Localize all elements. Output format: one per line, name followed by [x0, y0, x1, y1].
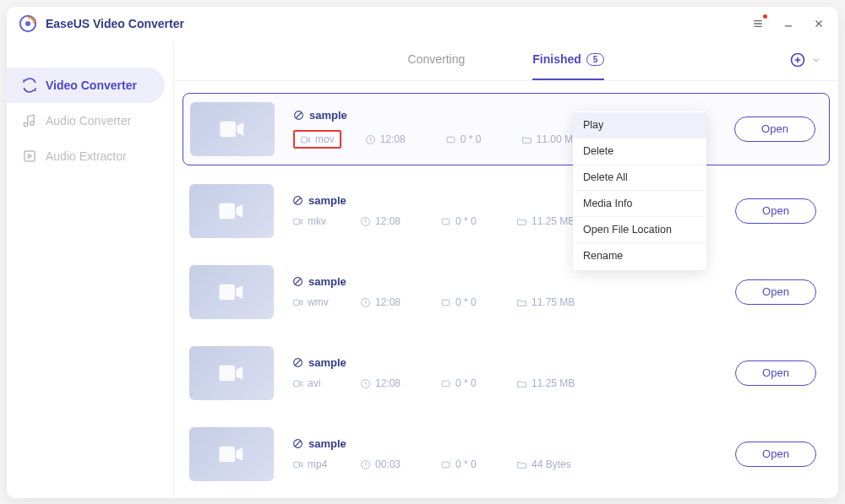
svg-rect-37	[442, 300, 450, 306]
svg-marker-35	[300, 300, 303, 304]
open-button[interactable]: Open	[735, 279, 816, 305]
dimensions-icon	[440, 378, 451, 389]
clock-icon	[365, 134, 376, 145]
svg-rect-22	[219, 203, 235, 219]
meta-row: avi 12:08 0 * 0 11.25 MB	[292, 377, 722, 389]
file-name: sample	[309, 109, 347, 122]
name-row: sample	[292, 356, 722, 369]
svg-marker-51	[300, 462, 303, 466]
context-menu-item[interactable]: Media Info	[573, 191, 706, 217]
thumbnail	[189, 346, 274, 400]
video-icon	[218, 119, 247, 139]
context-menu-item[interactable]: Rename	[573, 243, 706, 268]
app-logo-icon	[19, 14, 37, 33]
folder-icon	[516, 216, 527, 227]
file-size: 11.25 MB	[516, 377, 597, 389]
link-off-icon	[292, 438, 303, 449]
folder-icon	[521, 134, 532, 145]
name-row: sample	[292, 437, 722, 450]
file-dimensions: 0 * 0	[440, 377, 516, 389]
video-icon	[217, 444, 246, 464]
minimize-icon[interactable]	[781, 16, 796, 31]
tab-label: Converting	[408, 52, 466, 66]
svg-rect-50	[294, 462, 300, 468]
file-row[interactable]: sample wmv 12:08 0 * 0 11.75 MB	[183, 257, 830, 328]
svg-marker-23	[236, 204, 243, 218]
open-button[interactable]: Open	[735, 442, 816, 467]
titlebar: EaseUS Video Converter	[7, 7, 838, 41]
context-menu-item[interactable]: Open File Location	[573, 217, 706, 243]
svg-rect-21	[447, 137, 455, 143]
file-size: 44 Bytes	[516, 458, 597, 470]
file-duration: 12:08	[365, 133, 445, 145]
name-row: sample	[292, 275, 722, 288]
video-icon	[217, 363, 246, 383]
context-menu-item[interactable]: Delete	[573, 138, 706, 165]
file-row[interactable]: sample mov 12:08 0 * 0 11.00 MB	[183, 93, 830, 165]
svg-rect-14	[220, 121, 236, 137]
camera-icon	[292, 297, 303, 308]
camera-icon	[292, 459, 303, 470]
titlebar-left: EaseUS Video Converter	[19, 14, 184, 33]
file-name: sample	[308, 356, 346, 369]
meta-row: wmv 12:08 0 * 0 11.75 MB	[292, 296, 722, 308]
file-duration: 12:08	[360, 215, 440, 227]
svg-marker-47	[236, 447, 243, 461]
file-dimensions: 0 * 0	[440, 215, 516, 227]
svg-rect-18	[302, 137, 308, 143]
open-button[interactable]: Open	[735, 198, 816, 224]
file-dimensions: 0 * 0	[445, 133, 521, 145]
svg-point-1	[25, 20, 30, 25]
file-duration: 12:08	[360, 296, 440, 308]
file-ext: mov	[293, 130, 341, 149]
tab-bar: Converting Finished 5	[174, 41, 838, 81]
file-row[interactable]: sample mp4 00:03 0 * 0 44 Bytes	[183, 419, 830, 490]
close-icon[interactable]	[811, 16, 826, 31]
camera-icon	[292, 216, 303, 227]
file-row[interactable]: sample mkv 12:08 0 * 0 11.25 MB	[183, 176, 830, 247]
dimensions-icon	[440, 297, 451, 308]
file-ext: mkv	[292, 215, 360, 227]
svg-rect-42	[294, 381, 300, 387]
clock-icon	[360, 378, 371, 389]
file-ext: avi	[292, 377, 360, 389]
file-ext: wmv	[292, 296, 360, 308]
app-title: EaseUS Video Converter	[46, 17, 184, 30]
file-name: sample	[308, 437, 346, 450]
svg-rect-45	[442, 381, 450, 387]
thumbnail	[189, 427, 274, 481]
sidebar-item-video-converter[interactable]: Video Converter	[7, 68, 165, 103]
file-size: 11.75 MB	[516, 296, 597, 308]
folder-icon	[516, 297, 527, 308]
open-button[interactable]: Open	[735, 360, 816, 386]
file-info: sample wmv 12:08 0 * 0 11.75 MB	[292, 275, 722, 308]
sidebar-item-audio-extractor[interactable]: Audio Extractor	[7, 138, 165, 174]
sidebar-item-audio-converter[interactable]: Audio Converter	[7, 103, 165, 138]
menu-icon[interactable]	[750, 16, 766, 31]
tab-converting[interactable]: Converting	[408, 41, 466, 80]
thumbnail	[189, 184, 274, 238]
svg-point-9	[30, 121, 35, 125]
app-window: EaseUS Video Converter Video Converter	[7, 7, 838, 498]
sidebar: Video Converter Audio Converter Audio Ex…	[7, 41, 173, 498]
svg-marker-27	[300, 219, 303, 223]
context-menu-item[interactable]: Play	[573, 112, 706, 138]
tab-finished[interactable]: Finished 5	[532, 41, 604, 80]
clock-icon	[360, 216, 371, 227]
add-button[interactable]	[789, 51, 821, 68]
context-menu-item[interactable]: Delete All	[573, 165, 706, 191]
main-panel: Converting Finished 5 sample	[173, 41, 838, 498]
link-off-icon	[292, 195, 303, 206]
file-row[interactable]: sample avi 12:08 0 * 0 11.25 MB	[183, 338, 830, 409]
file-duration: 00:03	[360, 458, 440, 470]
open-button[interactable]: Open	[734, 117, 815, 142]
file-dimensions: 0 * 0	[440, 296, 516, 308]
svg-rect-10	[25, 151, 35, 161]
svg-rect-26	[294, 219, 300, 225]
svg-line-33	[295, 279, 301, 285]
video-icon	[217, 282, 246, 302]
chevron-down-icon	[811, 55, 821, 65]
link-off-icon	[293, 110, 304, 121]
svg-marker-15	[237, 122, 243, 136]
svg-line-49	[295, 441, 301, 447]
